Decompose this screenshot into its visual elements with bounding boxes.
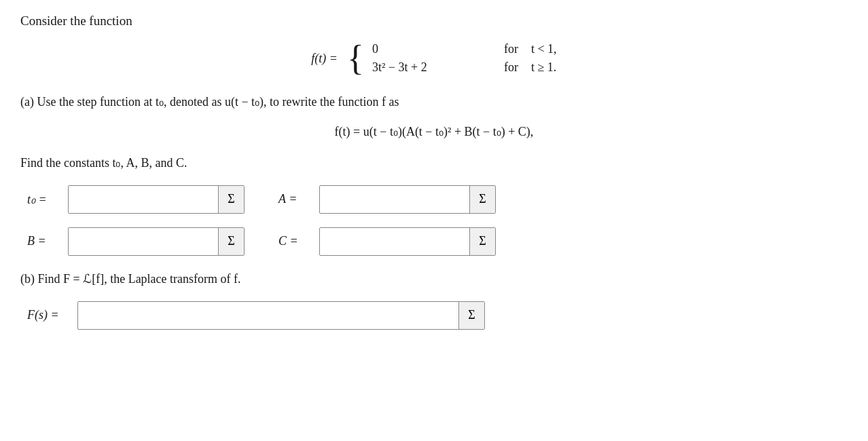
for-row-2: for t ≥ 1. (504, 60, 557, 75)
t0-input-group[interactable]: Σ (68, 185, 245, 214)
fs-sigma-button[interactable]: Σ (458, 302, 484, 329)
cases-container: 0 3t² − 3t + 2 (372, 42, 467, 75)
fs-input-group[interactable]: Σ (77, 301, 485, 330)
function-lhs: f(t) = (311, 52, 338, 66)
C-label: C = (278, 234, 306, 248)
case-row-2: 3t² − 3t + 2 (372, 60, 467, 75)
case2-condition: t ≥ 1. (531, 60, 556, 75)
case2-expr: 3t² − 3t + 2 (372, 60, 467, 75)
t0-label: t₀ = (27, 192, 54, 207)
left-brace: { (347, 41, 364, 76)
B-sigma-button[interactable]: Σ (218, 228, 244, 255)
case1-condition: t < 1, (531, 42, 557, 56)
step-equation: f(t) = u(t − t₀)(A(t − t₀)² + B(t − t₀) … (20, 124, 848, 139)
A-input[interactable] (320, 186, 469, 213)
case-row-1: 0 (372, 42, 467, 56)
B-input[interactable] (69, 228, 218, 255)
case1-expr: 0 (372, 42, 467, 56)
A-sigma-button[interactable]: Σ (469, 186, 495, 213)
part-b-description: (b) Find F = ℒ[f], the Laplace transform… (20, 269, 848, 289)
for-conditions: for t < 1, for t ≥ 1. (504, 42, 557, 75)
t0-input[interactable] (69, 186, 218, 213)
piecewise-function: f(t) = { 0 3t² − 3t + 2 for t < 1, for t… (20, 41, 848, 76)
B-input-group[interactable]: Σ (68, 227, 245, 256)
for-row-1: for t < 1, (504, 42, 557, 56)
C-input-group[interactable]: Σ (319, 227, 496, 256)
fs-input[interactable] (78, 302, 458, 329)
A-input-group[interactable]: Σ (319, 185, 496, 214)
find-constants-text: Find the constants t₀, A, B, and C. (20, 155, 848, 170)
B-label: B = (27, 234, 54, 248)
input-row-t0-A: t₀ = Σ A = Σ (20, 185, 848, 214)
input-row-B-C: B = Σ C = Σ (20, 227, 848, 256)
for-word-2: for (504, 60, 524, 75)
C-input[interactable] (320, 228, 469, 255)
page-title: Consider the function (20, 14, 848, 28)
A-label: A = (278, 192, 306, 206)
fs-input-row: F(s) = Σ (20, 301, 848, 330)
C-sigma-button[interactable]: Σ (469, 228, 495, 255)
t0-sigma-button[interactable]: Σ (218, 186, 244, 213)
fs-label: F(s) = (27, 308, 68, 322)
part-a-description: (a) Use the step function at t₀, denoted… (20, 92, 848, 112)
for-word-1: for (504, 42, 524, 56)
